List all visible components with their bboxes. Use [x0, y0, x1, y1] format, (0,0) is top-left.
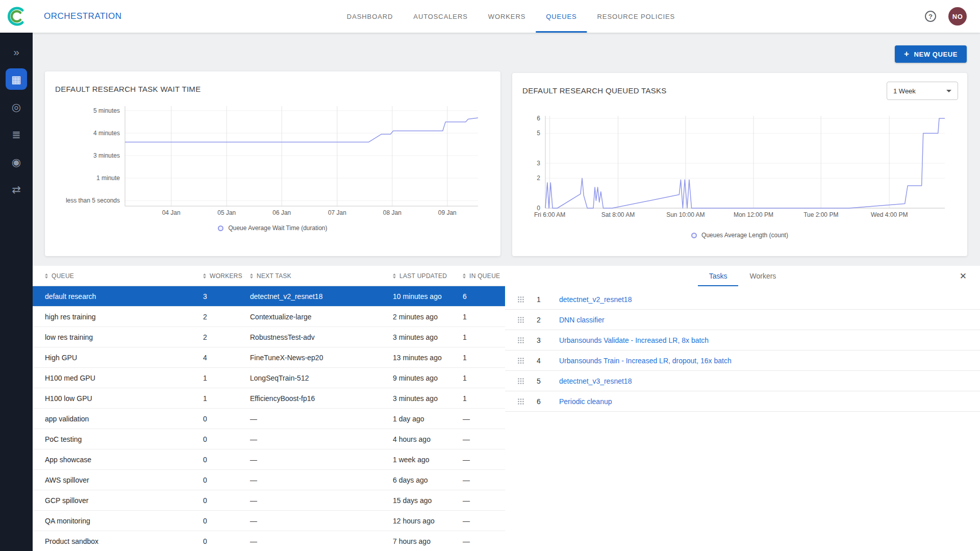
- drag-handle-icon[interactable]: [517, 316, 524, 323]
- panel-tab[interactable]: Tasks: [698, 266, 739, 286]
- reports-icon[interactable]: ◉: [6, 151, 27, 172]
- workers-icon[interactable]: ◎: [6, 96, 27, 117]
- task-row[interactable]: 2 DNN classifier: [505, 310, 980, 330]
- drag-handle-icon[interactable]: [517, 378, 524, 385]
- queue-in-queue: —: [463, 496, 505, 505]
- queue-in-queue: 6: [463, 292, 505, 300]
- logo-icon: [6, 6, 27, 27]
- queue-row[interactable]: PoC testing 0 — 4 hours ago —: [33, 429, 505, 449]
- queue-table-header: QUEUE WORKERS NEXT TASK LAST UPDATED IN …: [33, 266, 505, 286]
- queue-row[interactable]: AWS spillover 0 — 6 days ago —: [33, 470, 505, 490]
- nav-tab[interactable]: WORKERS: [478, 0, 536, 33]
- apps-icon[interactable]: »: [6, 41, 27, 62]
- wait-time-card: DEFAULT RESEARCH TASK WAIT TIME 5 minute…: [45, 71, 500, 256]
- queue-row[interactable]: app validation 0 — 1 day ago —: [33, 409, 505, 429]
- queue-next-task: LongSeqTrain-512: [250, 374, 393, 382]
- queue-last-updated: 1 week ago: [393, 456, 463, 464]
- task-link[interactable]: DNN classifier: [559, 316, 605, 324]
- new-queue-button[interactable]: + NEW QUEUE: [895, 45, 967, 63]
- column-header-in-queue[interactable]: IN QUEUE: [463, 272, 505, 280]
- sort-icon: [203, 273, 206, 279]
- column-header-next-task[interactable]: NEXT TASK: [250, 272, 393, 280]
- queue-table: QUEUE WORKERS NEXT TASK LAST UPDATED IN …: [33, 266, 505, 551]
- queue-last-updated: 4 hours ago: [393, 435, 463, 443]
- pipelines-icon[interactable]: ⇄: [6, 179, 27, 200]
- close-icon[interactable]: ✕: [960, 271, 967, 282]
- task-index: 1: [537, 295, 548, 304]
- x-tick-label: Sun 10:00 AM: [666, 211, 705, 218]
- datasets-icon[interactable]: ≣: [6, 123, 27, 145]
- queue-workers: 1: [203, 394, 250, 403]
- help-icon[interactable]: ?: [925, 11, 936, 22]
- column-header-queue[interactable]: QUEUE: [45, 272, 203, 280]
- column-label: IN QUEUE: [469, 272, 500, 280]
- drag-handle-icon[interactable]: [517, 296, 524, 303]
- task-link[interactable]: detectnet_v3_resnet18: [559, 377, 632, 385]
- queue-row[interactable]: H100 low GPU 1 EfficiencyBoost-fp16 3 mi…: [33, 388, 505, 409]
- task-row[interactable]: 5 detectnet_v3_resnet18: [505, 371, 980, 391]
- queue-in-queue: —: [463, 537, 505, 545]
- task-link[interactable]: detectnet_v2_resnet18: [559, 295, 632, 304]
- task-row[interactable]: 3 Urbansounds Validate - Increased LR, 8…: [505, 330, 980, 350]
- queue-last-updated: 2 minutes ago: [393, 313, 463, 321]
- task-link[interactable]: Urbansounds Train - Increased LR, dropou…: [559, 357, 732, 365]
- y-tick-label: 2: [537, 174, 540, 182]
- queue-workers: 0: [203, 517, 250, 525]
- legend-label: Queue Average Wait Time (duration): [228, 224, 327, 232]
- legend-label: Queues Average Length (count): [701, 232, 788, 239]
- task-index: 5: [537, 377, 548, 385]
- y-tick-label: 3: [537, 160, 540, 167]
- queue-row[interactable]: App showcase 0 — 1 week ago —: [33, 449, 505, 470]
- queue-name: PoC testing: [45, 435, 203, 443]
- column-header-last-updated[interactable]: LAST UPDATED: [393, 272, 463, 280]
- x-tick-label: 04 Jan: [162, 209, 181, 216]
- queue-row[interactable]: Product sandbox 0 — 7 hours ago —: [33, 531, 505, 551]
- queue-workers: 0: [203, 476, 250, 484]
- y-tick-label: less than 5 seconds: [66, 197, 120, 204]
- queue-row[interactable]: default research 3 detectnet_v2_resnet18…: [33, 286, 505, 307]
- clearml-logo[interactable]: [0, 6, 33, 27]
- nav-tab[interactable]: DASHBOARD: [337, 0, 403, 33]
- queue-table-body: default research 3 detectnet_v2_resnet18…: [33, 286, 505, 551]
- avatar[interactable]: NO: [948, 7, 967, 26]
- y-tick-label: 1 minute: [96, 174, 120, 182]
- queue-row[interactable]: GCP spillover 0 — 15 days ago —: [33, 490, 505, 511]
- queue-workers: 3: [203, 292, 250, 300]
- nav-tab[interactable]: QUEUES: [536, 0, 587, 33]
- column-label: NEXT TASK: [257, 272, 291, 280]
- queue-row[interactable]: low res training 2 RobustnessTest-adv 3 …: [33, 327, 505, 347]
- queue-workers: 0: [203, 496, 250, 505]
- task-link[interactable]: Urbansounds Validate - Increased LR, 8x …: [559, 336, 709, 344]
- queued-tasks-chart: 65320Fri 6:00 AMSat 8:00 AMSun 10:00 AMM…: [512, 73, 967, 256]
- task-link[interactable]: Periodic cleanup: [559, 397, 612, 406]
- queue-last-updated: 12 hours ago: [393, 517, 463, 525]
- queue-last-updated: 3 minutes ago: [393, 394, 463, 403]
- task-row[interactable]: 4 Urbansounds Train - Increased LR, drop…: [505, 350, 980, 371]
- column-header-workers[interactable]: WORKERS: [203, 272, 250, 280]
- task-row[interactable]: 1 detectnet_v2_resnet18: [505, 289, 980, 310]
- queue-row[interactable]: QA monitoring 0 — 12 hours ago —: [33, 511, 505, 531]
- queue-last-updated: 13 minutes ago: [393, 354, 463, 362]
- queue-row[interactable]: H100 med GPU 1 LongSeqTrain-512 9 minute…: [33, 368, 505, 388]
- queue-workers: 1: [203, 374, 250, 382]
- nav-tab[interactable]: AUTOSCALERS: [403, 0, 478, 33]
- drag-handle-icon[interactable]: [517, 398, 524, 405]
- task-index: 2: [537, 316, 548, 324]
- queue-in-queue: —: [463, 517, 505, 525]
- drag-handle-icon[interactable]: [517, 337, 524, 344]
- x-tick-label: Sat 8:00 AM: [601, 211, 635, 218]
- wait-time-legend: Queue Average Wait Time (duration): [45, 224, 500, 232]
- nav-tab[interactable]: RESOURCE POLICIES: [587, 0, 686, 33]
- orchestration-icon[interactable]: ▦: [6, 68, 27, 90]
- drag-handle-icon[interactable]: [517, 357, 524, 364]
- panel-tab[interactable]: Workers: [738, 266, 787, 286]
- queue-row[interactable]: high res training 2 Contextualize-large …: [33, 307, 505, 327]
- queue-row[interactable]: High GPU 4 FineTuneX-News-ep20 13 minute…: [33, 347, 505, 368]
- queue-name: low res training: [45, 333, 203, 341]
- queue-in-queue: —: [463, 456, 505, 464]
- topbar-right: ? NO: [925, 7, 980, 26]
- legend-marker-icon: [218, 226, 223, 231]
- task-row[interactable]: 6 Periodic cleanup: [505, 391, 980, 412]
- x-tick-label: Mon 12:00 PM: [734, 211, 773, 218]
- page-title: ORCHESTRATION: [44, 11, 122, 21]
